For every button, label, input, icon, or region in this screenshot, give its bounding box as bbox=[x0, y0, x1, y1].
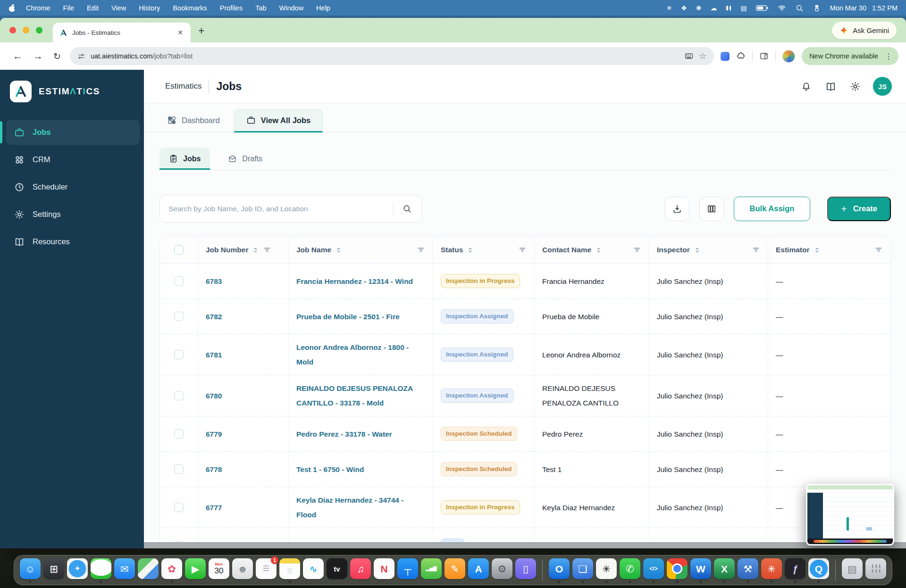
dock-app-figma[interactable]: ƒ bbox=[785, 557, 805, 583]
dock-app-numbers[interactable]: ▂▅▇ bbox=[421, 557, 442, 583]
dock-app-trash[interactable]: ☷ bbox=[865, 557, 886, 583]
tab-close-icon[interactable]: ✕ bbox=[176, 29, 184, 36]
docs-book-icon[interactable] bbox=[825, 81, 836, 92]
chrome-profile-avatar[interactable] bbox=[782, 50, 795, 63]
job-name-link[interactable]: abcd - 90210 - Asbestos bbox=[289, 528, 433, 542]
row-checkbox[interactable] bbox=[174, 350, 184, 359]
job-name-link[interactable]: Prueba de Mobile - 2501 - Fire bbox=[289, 299, 433, 334]
tab-groups-icon[interactable] bbox=[721, 52, 730, 61]
row-checkbox[interactable] bbox=[174, 391, 184, 400]
new-chrome-available-button[interactable]: New Chrome available ⋮ bbox=[802, 47, 898, 65]
menubar-menu-item[interactable]: Help bbox=[316, 4, 330, 12]
dock-app-maps[interactable]: ➢ bbox=[138, 557, 159, 583]
search-input[interactable] bbox=[168, 205, 388, 213]
dock-app-music[interactable]: ♫ bbox=[350, 557, 371, 583]
dock-app-whatsapp[interactable]: ✆ bbox=[620, 557, 640, 583]
ask-gemini-button[interactable]: Ask Gemini bbox=[832, 22, 897, 39]
row-checkbox[interactable] bbox=[174, 503, 184, 512]
airpods-icon[interactable] bbox=[726, 5, 731, 11]
sidebar-item[interactable]: Resources bbox=[6, 229, 140, 254]
job-name-link[interactable]: Leonor Andrea Albornoz - 1800 - Mold bbox=[289, 334, 433, 375]
sort-icon[interactable] bbox=[335, 246, 343, 254]
dock-app-pages[interactable]: ✎ bbox=[445, 557, 465, 583]
window-minimize-button[interactable] bbox=[23, 27, 29, 33]
row-checkbox[interactable] bbox=[174, 276, 184, 286]
spotlight-icon[interactable] bbox=[795, 4, 804, 12]
dock-app-iphonemirror[interactable]: ▯ bbox=[515, 557, 536, 583]
job-name-link[interactable]: Test 1 - 6750 - Wind bbox=[289, 452, 433, 487]
table-row[interactable]: 6781 Leonor Andrea Albornoz - 1800 - Mol… bbox=[160, 334, 890, 375]
job-name-link[interactable]: Pedro Perez - 33178 - Water bbox=[289, 416, 433, 451]
menubar-menu-item[interactable]: Tab bbox=[255, 4, 266, 12]
job-number-link[interactable]: 6777 bbox=[198, 487, 289, 528]
dock-app-chatgpt[interactable]: ✳ bbox=[596, 557, 617, 583]
kebab-menu-icon[interactable]: ⋮ bbox=[883, 52, 895, 61]
job-number-link[interactable]: 6783 bbox=[198, 264, 289, 298]
dock-app-outlook[interactable]: O bbox=[549, 557, 570, 583]
notifications-bell-icon[interactable] bbox=[801, 81, 812, 92]
dock-app-notes[interactable]: ☰ bbox=[279, 557, 300, 583]
dock-app-downloads[interactable]: ▤ bbox=[842, 557, 863, 583]
dock-app-facetime[interactable]: ▶ bbox=[185, 557, 206, 583]
dock-app-starburstapp[interactable]: ✳ bbox=[761, 557, 782, 583]
sort-icon[interactable] bbox=[693, 246, 701, 254]
menubar-menu-item[interactable]: File bbox=[63, 4, 74, 12]
export-download-button[interactable] bbox=[665, 197, 689, 221]
filter-icon[interactable] bbox=[752, 246, 760, 254]
job-number-link[interactable]: 6776 bbox=[198, 528, 289, 542]
table-row[interactable]: 6776 abcd - 90210 - Asbestos New abcd — … bbox=[160, 528, 890, 542]
column-header[interactable]: Status bbox=[433, 237, 535, 263]
menubar-menu-item[interactable]: Window bbox=[279, 4, 304, 12]
sidebar-item[interactable]: Settings bbox=[6, 202, 140, 227]
column-header[interactable]: Contact Name bbox=[535, 237, 649, 263]
menubar-menu-item[interactable]: History bbox=[139, 4, 160, 12]
sort-icon[interactable] bbox=[252, 246, 260, 254]
manage-columns-button[interactable] bbox=[699, 197, 724, 221]
bulk-assign-button[interactable]: Bulk Assign bbox=[734, 197, 811, 221]
apple-menu-icon[interactable] bbox=[8, 4, 16, 12]
reload-button[interactable]: ↻ bbox=[48, 51, 66, 62]
dock-app-keynote[interactable]: ┬ bbox=[397, 557, 418, 583]
filter-icon[interactable] bbox=[633, 246, 641, 254]
menubar-menu-item[interactable]: Edit bbox=[87, 4, 99, 12]
new-tab-button[interactable]: + bbox=[198, 25, 204, 37]
user-avatar[interactable]: JS bbox=[873, 77, 892, 96]
bookmark-star-icon[interactable]: ☆ bbox=[699, 51, 706, 61]
dock-app-finder[interactable]: ☺ bbox=[20, 557, 41, 583]
table-row[interactable]: 6782 Prueba de Mobile - 2501 - Fire Insp… bbox=[160, 299, 890, 334]
list-subtab[interactable]: Jobs bbox=[159, 148, 210, 170]
dock-app-safari[interactable]: ✦ bbox=[67, 557, 88, 583]
sort-icon[interactable] bbox=[813, 246, 821, 254]
job-number-link[interactable]: 6778 bbox=[198, 452, 289, 487]
page-tab[interactable]: Dashboard bbox=[165, 108, 222, 132]
column-header[interactable]: Job Number bbox=[198, 237, 289, 263]
dock-app-launchpad[interactable]: ⊞ bbox=[43, 557, 64, 583]
job-number-link[interactable]: 6780 bbox=[198, 375, 289, 416]
keyboard-icon[interactable] bbox=[684, 51, 694, 61]
wifi-icon[interactable] bbox=[778, 4, 786, 12]
back-button[interactable]: ← bbox=[8, 50, 28, 62]
filter-icon[interactable] bbox=[874, 246, 883, 254]
dock-app-syssettings[interactable]: ⚙ bbox=[492, 557, 512, 583]
job-name-link[interactable]: REINALDO DEJESUS PENALOZA CANTILLO - 331… bbox=[289, 375, 433, 416]
row-checkbox[interactable] bbox=[174, 429, 184, 439]
job-number-link[interactable]: 6782 bbox=[198, 299, 289, 334]
table-row[interactable]: 6779 Pedro Perez - 33178 - Water Inspect… bbox=[160, 416, 890, 452]
menubar-menu-item[interactable]: Chrome bbox=[26, 4, 50, 12]
flower-icon[interactable]: ❖ bbox=[681, 5, 687, 11]
row-checkbox[interactable] bbox=[174, 312, 184, 321]
window-close-button[interactable] bbox=[9, 27, 16, 33]
dock-app-quicktime[interactable]: Q bbox=[808, 557, 829, 583]
dock-app-bluefolders[interactable]: ❏ bbox=[572, 557, 593, 583]
package-icon[interactable]: ▤ bbox=[740, 5, 747, 11]
menubar-menu-item[interactable]: Profiles bbox=[220, 4, 243, 12]
job-name-link[interactable]: Francia Hernandez - 12314 - Wind bbox=[289, 264, 433, 298]
menubar-menu-item[interactable]: Bookmarks bbox=[173, 4, 207, 12]
dock-app-vscode[interactable]: </> bbox=[643, 557, 664, 583]
row-checkbox[interactable] bbox=[174, 464, 184, 474]
address-bar[interactable]: uat.aiestimatics.com/jobs?tab=list ☆ bbox=[70, 47, 714, 65]
table-row[interactable]: 6777 Keyla Diaz Hernandez - 34744 - Floo… bbox=[160, 487, 890, 528]
job-name-link[interactable]: Keyla Diaz Hernandez - 34744 - Flood bbox=[289, 487, 433, 528]
job-number-link[interactable]: 6779 bbox=[198, 416, 289, 451]
search-box[interactable] bbox=[159, 195, 422, 223]
